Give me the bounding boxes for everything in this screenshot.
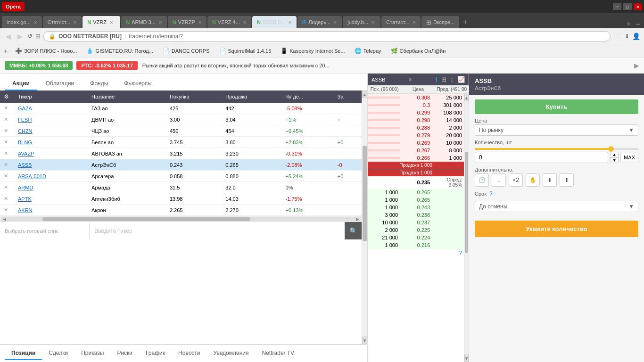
tab-close-icon[interactable]: ✕ [288, 20, 292, 25]
qty-max-button[interactable]: MAX [620, 153, 638, 162]
table-row[interactable]: ✕ GAZA ГАЗ ао 425 442 -5.08% [0, 103, 362, 114]
ob-scroll-track[interactable] [464, 101, 469, 354]
bookmark-dance[interactable]: 📄 DANCE CORPS [159, 47, 214, 55]
tab-bonds[interactable]: Облигации [38, 77, 82, 90]
scroll-up-button[interactable]: ▲ [362, 90, 367, 98]
ob-sell-row[interactable]: 0.3 301 000 [368, 101, 464, 109]
bottom-tab-график[interactable]: График [139, 347, 172, 360]
dop-hand-button[interactable]: ✋ [526, 173, 540, 187]
bottom-tab-уведомления[interactable]: Уведомления [207, 347, 256, 360]
ob-sell-row[interactable]: 0.288 2 000 [368, 124, 464, 132]
reload-button[interactable]: ↺ [27, 33, 33, 40]
scroll-news-button[interactable]: ▶ [634, 62, 639, 69]
close-button[interactable]: ✕ [634, 3, 642, 10]
tab-armd[interactable]: N ARMD 3... ✕ [121, 16, 167, 28]
table-row[interactable]: ✕ APTK АптекиЗбиб 13.98 14.03 -1.75% [0, 193, 362, 205]
tab-close-icon[interactable]: ✕ [412, 20, 416, 25]
minimize-button[interactable]: ─ [613, 3, 621, 10]
tab-close-icon[interactable]: ✕ [109, 20, 113, 25]
qty-stepper[interactable]: ▲ ▼ [610, 152, 619, 163]
forward-button[interactable]: ▶ [16, 32, 25, 41]
maximize-button[interactable]: □ [623, 3, 632, 10]
h-scroll-track[interactable] [8, 217, 354, 221]
remove-icon[interactable]: ✕ [4, 116, 8, 122]
submit-order-button[interactable]: Укажите количество [475, 221, 638, 237]
h-scroll-thumb[interactable] [42, 217, 250, 221]
srok-help-icon[interactable]: ? [489, 190, 493, 197]
bottom-tab-позиции[interactable]: Позиции [5, 347, 42, 360]
tabs-menu-icon[interactable]: ≡ [625, 19, 632, 28]
favorite-button[interactable]: ♡ [615, 32, 622, 41]
remove-icon[interactable]: ✕ [4, 150, 8, 156]
ob-table-icon[interactable]: ⊞ [441, 76, 446, 83]
remove-icon[interactable]: ✕ [4, 128, 8, 133]
qty-slider[interactable] [475, 148, 638, 150]
ob-sell-row[interactable]: 0.267 8 000 [368, 147, 464, 154]
bookmark-telepay[interactable]: 🌐 Telepay [351, 47, 385, 55]
ticker-search-input[interactable] [90, 228, 345, 234]
bottom-tab-риски[interactable]: Риски [110, 347, 139, 360]
tab-funds[interactable]: Фонды [83, 77, 116, 90]
ob-buy-row[interactable]: 1 000 0.265 [368, 196, 464, 204]
qty-slider-wrap[interactable] [475, 146, 638, 152]
tab-vzrzp[interactable]: N VZRZP ✕ [168, 16, 206, 28]
settings-gear-icon[interactable]: ⚙ [4, 93, 9, 100]
bookmark-squirrel[interactable]: 📄 SquirrelMail 1.4.15 [215, 47, 275, 55]
table-row[interactable]: ✕ AVAZP АВТОВАЗ ап 3.215 3.230 -0.31% [0, 148, 362, 159]
bottom-tab-nettrader-tv[interactable]: Nettrader TV [256, 347, 301, 360]
remove-icon[interactable]: ✕ [4, 196, 8, 201]
tab-assb[interactable]: N ASSB 0... ✕ [252, 16, 297, 28]
ob-sell-row[interactable]: 0.299 108 000 [368, 109, 464, 116]
back-button[interactable]: ◀ [4, 32, 13, 41]
scroll-left-button[interactable]: ◀ [1, 217, 8, 222]
bottom-tab-новости[interactable]: Новости [172, 347, 206, 360]
ob-buy-row[interactable]: 1 000 0.265 [368, 189, 464, 196]
opera-button[interactable]: Opera [2, 2, 25, 11]
scroll-thumb[interactable] [363, 146, 367, 241]
srok-select[interactable]: До отмены ▼ [475, 201, 638, 212]
tab-vzrz4[interactable]: N VZRZ 4... ✕ [207, 16, 251, 28]
bookmark-sber[interactable]: 🌿 Сбербанк ОнЛ@йн [387, 47, 450, 55]
bookmark-gismeteo[interactable]: 💧 GISMETEO.RU: Погод... [83, 47, 157, 55]
tab-juddy[interactable]: juddy.b... ✕ [343, 16, 380, 28]
ob-buy-row[interactable]: 2 000 0.225 [368, 226, 464, 234]
minimize-icon[interactable]: ─ [634, 19, 642, 28]
download-button[interactable]: ⬇ [625, 33, 629, 40]
ob-buy-row[interactable]: 3 000 0.238 [368, 211, 464, 219]
tab-close-icon[interactable]: ✕ [371, 20, 375, 25]
remove-icon[interactable]: ✕ [4, 184, 8, 190]
ob-scroll-up[interactable]: ▲ [464, 94, 469, 101]
qty-down-button[interactable]: ▼ [610, 157, 619, 163]
dop-arrow-up-button[interactable]: ⬆ [560, 173, 574, 187]
tab-close-icon[interactable]: ✕ [198, 20, 202, 25]
ticker-link[interactable]: BLNG [18, 140, 32, 145]
tab-stat2[interactable]: Статист... ✕ [381, 16, 420, 28]
remove-icon[interactable]: ✕ [4, 207, 8, 213]
ob-buy-row[interactable]: 21 000 0.224 [368, 234, 464, 241]
tab-close-icon[interactable]: ✕ [333, 20, 337, 25]
table-row[interactable]: ✕ CHZN ЧЦЗ ао 450 454 +0.45% [0, 125, 362, 137]
scroll-track[interactable] [362, 98, 367, 337]
scroll-right-button[interactable]: ▶ [354, 217, 361, 222]
bottom-tab-сделки[interactable]: Сделки [42, 347, 74, 360]
new-tab-button[interactable]: + [460, 16, 470, 28]
ticker-link[interactable]: APTK [18, 196, 32, 202]
search-button[interactable]: 🔍 [345, 222, 362, 239]
table-row[interactable]: ✕ FESH ДВМП ао 3.00 3.04 +1% + [0, 114, 362, 125]
preset-list-selector[interactable]: Выбрать готовый спис [0, 222, 90, 239]
ticker-link[interactable]: CHZN [18, 128, 33, 134]
bookmark-kasper[interactable]: 📱 Kaspersky Internet Se... [277, 47, 348, 55]
address-field[interactable]: 🔒 ООО NETTRADER [RU] | tradernet.ru/term… [43, 31, 611, 41]
ob-scrollbar[interactable]: ▲ ▼ [464, 94, 469, 362]
tab-futures[interactable]: Фьючерсы [116, 77, 159, 90]
ticker-link[interactable]: ARMD [18, 185, 33, 190]
ob-sell-row[interactable]: 0.279 20 000 [368, 132, 464, 139]
tab-stocks[interactable]: Акции [5, 77, 37, 90]
ob-buy-row[interactable]: 1 000 0.216 [368, 241, 464, 249]
ob-help-icon[interactable]: ? [459, 250, 462, 256]
qty-up-button[interactable]: ▲ [610, 152, 619, 157]
dop-down-button[interactable]: ↓ [492, 173, 506, 187]
bottom-tab-приказы[interactable]: Приказы [74, 347, 110, 360]
tab-express[interactable]: ⊞ Экспре... [421, 16, 460, 28]
add-bookmark-button[interactable]: + [4, 47, 8, 55]
